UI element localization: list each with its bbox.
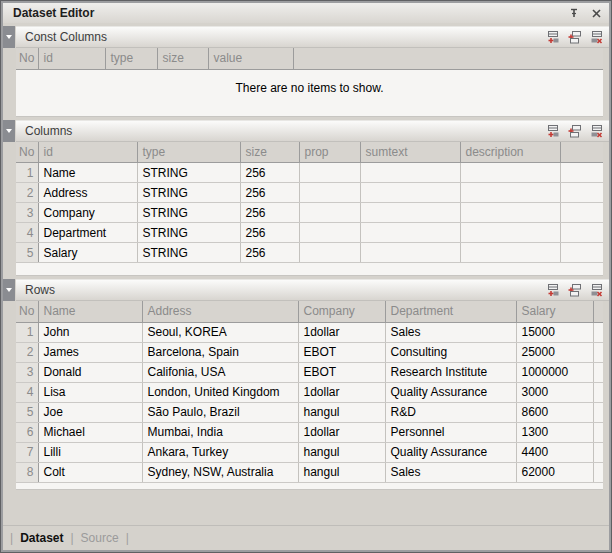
cell-sumtext[interactable] — [360, 223, 460, 243]
cell-address[interactable]: Mumbai, India — [142, 422, 298, 442]
cell-id[interactable]: Department — [38, 223, 137, 243]
cell-description[interactable] — [460, 223, 560, 243]
row-number[interactable]: 3 — [16, 203, 38, 223]
cell-size[interactable]: 256 — [240, 203, 299, 223]
col-header-company[interactable]: Company — [298, 301, 385, 322]
cell-address[interactable]: São Paulo, Brazil — [142, 402, 298, 422]
cell-id[interactable]: Name — [38, 163, 137, 183]
cell-prop[interactable] — [299, 243, 360, 263]
cell-sumtext[interactable] — [360, 163, 460, 183]
cell-name[interactable]: Michael — [38, 422, 142, 442]
cell-department[interactable]: Sales — [385, 462, 516, 482]
cell-salary[interactable]: 3000 — [516, 382, 593, 402]
col-header-salary[interactable]: Salary — [516, 301, 593, 322]
collapse-button[interactable] — [3, 279, 15, 301]
row-number[interactable]: 7 — [16, 442, 38, 462]
cell-address[interactable]: Seoul, KOREA — [142, 322, 298, 342]
col-header-type[interactable]: type — [137, 142, 240, 163]
tab-source[interactable]: Source — [81, 531, 119, 545]
cell-size[interactable]: 256 — [240, 223, 299, 243]
cell-address[interactable]: Ankara, Turkey — [142, 442, 298, 462]
cell-prop[interactable] — [299, 223, 360, 243]
col-header-value[interactable]: value — [208, 48, 293, 69]
delete-row-icon[interactable] — [587, 282, 605, 299]
cell-address[interactable]: Barcelona, Spain — [142, 342, 298, 362]
insert-row-icon[interactable] — [565, 29, 583, 46]
col-header-id[interactable]: id — [38, 48, 105, 69]
cell-name[interactable]: John — [38, 322, 142, 342]
row-number[interactable]: 1 — [16, 163, 38, 183]
cell-sumtext[interactable] — [360, 243, 460, 263]
col-header-prop[interactable]: prop — [299, 142, 360, 163]
cell-department[interactable]: Quality Assurance — [385, 382, 516, 402]
col-header-size[interactable]: size — [157, 48, 208, 69]
cell-name[interactable]: James — [38, 342, 142, 362]
cell-type[interactable]: STRING — [137, 203, 240, 223]
row-number[interactable]: 8 — [16, 462, 38, 482]
cell-name[interactable]: Lilli — [38, 442, 142, 462]
cell-description[interactable] — [460, 183, 560, 203]
cell-prop[interactable] — [299, 163, 360, 183]
insert-row-icon[interactable] — [565, 122, 583, 139]
cell-salary[interactable]: 1000000 — [516, 362, 593, 382]
collapse-button[interactable] — [3, 120, 15, 142]
col-header-no[interactable]: No — [16, 301, 38, 322]
cell-salary[interactable]: 8600 — [516, 402, 593, 422]
cell-size[interactable]: 256 — [240, 243, 299, 263]
cell-address[interactable]: Califonia, USA — [142, 362, 298, 382]
cell-company[interactable]: 1dollar — [298, 382, 385, 402]
cell-salary[interactable]: 1300 — [516, 422, 593, 442]
col-header-no[interactable]: No — [16, 48, 38, 69]
cell-id[interactable]: Address — [38, 183, 137, 203]
cell-department[interactable]: Personnel — [385, 422, 516, 442]
row-number[interactable]: 4 — [16, 382, 38, 402]
cell-description[interactable] — [460, 243, 560, 263]
cell-address[interactable]: London, United Kingdom — [142, 382, 298, 402]
cell-company[interactable]: EBOT — [298, 342, 385, 362]
cell-size[interactable]: 256 — [240, 163, 299, 183]
cell-company[interactable]: 1dollar — [298, 322, 385, 342]
cell-salary[interactable]: 25000 — [516, 342, 593, 362]
cell-prop[interactable] — [299, 183, 360, 203]
cell-department[interactable]: Research Institute — [385, 362, 516, 382]
delete-row-icon[interactable] — [587, 29, 605, 46]
cell-salary[interactable]: 62000 — [516, 462, 593, 482]
cell-type[interactable]: STRING — [137, 163, 240, 183]
add-row-icon[interactable] — [543, 282, 561, 299]
pin-icon[interactable] — [567, 6, 581, 20]
cell-type[interactable]: STRING — [137, 223, 240, 243]
cell-salary[interactable]: 15000 — [516, 322, 593, 342]
col-header-sumtext[interactable]: sumtext — [360, 142, 460, 163]
row-number[interactable]: 5 — [16, 243, 38, 263]
close-icon[interactable] — [589, 6, 603, 20]
row-number[interactable]: 2 — [16, 183, 38, 203]
cell-prop[interactable] — [299, 203, 360, 223]
row-number[interactable]: 2 — [16, 342, 38, 362]
row-number[interactable]: 1 — [16, 322, 38, 342]
cell-department[interactable]: R&D — [385, 402, 516, 422]
cell-sumtext[interactable] — [360, 183, 460, 203]
col-header-name[interactable]: Name — [38, 301, 142, 322]
cell-company[interactable]: hangul — [298, 442, 385, 462]
collapse-button[interactable] — [3, 26, 15, 48]
cell-id[interactable]: Company — [38, 203, 137, 223]
cell-name[interactable]: Donald — [38, 362, 142, 382]
cell-sumtext[interactable] — [360, 203, 460, 223]
cell-company[interactable]: 1dollar — [298, 422, 385, 442]
col-header-department[interactable]: Department — [385, 301, 516, 322]
col-header-no[interactable]: No — [16, 142, 38, 163]
col-header-description[interactable]: description — [460, 142, 560, 163]
add-row-icon[interactable] — [543, 29, 561, 46]
col-header-type[interactable]: type — [105, 48, 157, 69]
cell-name[interactable]: Lisa — [38, 382, 142, 402]
cell-size[interactable]: 256 — [240, 183, 299, 203]
cell-salary[interactable]: 4400 — [516, 442, 593, 462]
cell-type[interactable]: STRING — [137, 243, 240, 263]
cell-company[interactable]: EBOT — [298, 362, 385, 382]
insert-row-icon[interactable] — [565, 282, 583, 299]
cell-company[interactable]: hangul — [298, 402, 385, 422]
row-number[interactable]: 6 — [16, 422, 38, 442]
col-header-size[interactable]: size — [240, 142, 299, 163]
row-number[interactable]: 5 — [16, 402, 38, 422]
cell-department[interactable]: Quality Assurance — [385, 442, 516, 462]
